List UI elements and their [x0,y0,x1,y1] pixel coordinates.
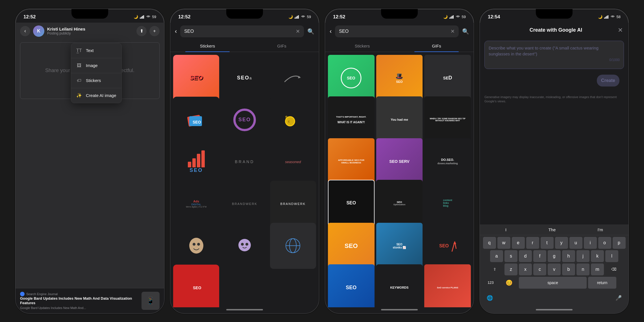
search-bar-2[interactable]: SEO ✕ [180,25,304,37]
key-k[interactable]: k [591,250,604,262]
sticker-seo-circle[interactable]: SEO [221,97,267,143]
gif-keywords[interactable]: KEYWORDS [376,264,423,307]
gif-thats-important[interactable]: THAT'S IMPORTANT, RIGHT.WHAT IS IT AGAIN… [328,96,375,143]
gif-seo-arrow[interactable]: SEO [424,223,471,269]
suggestion-im[interactable]: I'm [597,227,603,232]
key-l[interactable]: l [605,250,618,262]
battery-1: 59 [152,15,156,19]
back-button[interactable]: ‹ [20,26,30,36]
create-button[interactable]: Create [597,75,619,87]
dropdown-image[interactable]: 🖼 Image [71,58,121,73]
gif-seo-gold[interactable]: SEO [328,223,375,269]
anime1-svg [188,237,205,254]
gif-you-had-me[interactable]: You had me [376,96,423,143]
gif-seo-magic[interactable]: 🎩 SEO SOME MAGIC [376,55,423,101]
gif-seo-box[interactable]: SEO [328,180,375,226]
sticker-seo-coins[interactable]: € S [270,97,316,143]
sticker-brandwerk-2[interactable]: BRANDWERK [270,181,316,227]
share-button[interactable]: ⬆ [136,26,147,36]
key-globe[interactable]: 🌐 [483,292,496,304]
gif-random-tip[interactable]: WHEN I TRY SOME RANDOM SEO TIP WITHOUT K… [424,96,471,143]
dropdown-stickers[interactable]: 🏷 Stickers [71,73,121,88]
coins-svg: € S [283,110,303,130]
key-j[interactable]: j [576,250,589,262]
suggestion-the[interactable]: The [548,227,556,232]
key-d[interactable]: d [519,250,532,262]
search-query-3: SEO [339,29,349,34]
key-y[interactable]: y [555,237,568,249]
sticker-seo-chart[interactable]: SEO [173,139,219,185]
sticker-seo-white[interactable]: SEOa [221,55,267,101]
key-s[interactable]: s [504,250,517,262]
dropdown-ai[interactable]: ✨ Create AI image [71,88,121,103]
seasoned-text: seasoned [285,160,301,164]
tab-stickers-2[interactable]: Stickers [170,40,245,52]
key-mic[interactable]: 🎤 [612,292,625,304]
sticker-brand[interactable]: BRAND [221,139,267,185]
search-bar-3[interactable]: SEO ✕ [335,25,459,37]
tab-stickers-3[interactable]: Stickers [325,40,399,52]
tab-gifs-3[interactable]: GIFs [399,40,474,52]
sticker-brandwerk-1[interactable]: BRANDWERK [221,181,267,227]
key-c[interactable]: c [533,263,546,275]
close-button[interactable]: ✕ [618,27,623,34]
back-button-2[interactable]: ‹ [175,28,177,35]
key-g[interactable]: g [548,250,561,262]
gif-seo-woman[interactable]: SED [424,55,471,101]
key-m[interactable]: m [591,263,604,275]
key-w[interactable]: w [497,237,510,249]
gif-affordable[interactable]: AFFORDABLE SEO FORSMALL BUSINESS [328,138,375,185]
gif-seo-services[interactable]: SEO SERV [376,138,423,185]
key-shift[interactable]: ⇧ [486,263,503,275]
gif-seo-stonks[interactable]: SEOstonks 📈 [376,223,423,269]
key-x[interactable]: x [519,263,532,275]
sticker-seo-arrow[interactable] [270,55,316,101]
chart-bars [188,150,205,167]
ai-textarea[interactable]: Describe what you want to create ("A sma… [484,41,624,69]
key-123[interactable]: 123 [482,277,499,289]
key-h[interactable]: h [562,250,575,262]
dropdown-text[interactable]: T̲T Text [71,43,121,58]
sticker-ads[interactable]: Ads DIGITAL We're digital | 3°12 5°M [173,181,219,227]
key-a[interactable]: a [490,250,503,262]
key-q[interactable]: q [483,237,496,249]
key-n[interactable]: n [576,263,589,275]
key-r[interactable]: r [526,237,539,249]
clear-button-2[interactable]: ✕ [296,28,300,34]
sticker-seo-cards[interactable]: SEO [173,97,219,143]
gif-seo-chart[interactable]: SEO Optimization [376,180,423,226]
sticker-globe[interactable] [270,223,316,269]
key-z[interactable]: z [504,263,517,275]
gif-seo-blue[interactable]: SEO [328,264,375,307]
tab-gifs-2[interactable]: GIFs [245,40,319,52]
key-u[interactable]: u [569,237,582,249]
key-backspace[interactable]: ⌫ [605,263,622,275]
sticker-red-circle[interactable]: SEO [173,265,219,307]
suggestion-i[interactable]: I [505,227,506,232]
key-e[interactable]: e [512,237,525,249]
key-emoji[interactable]: 😊 [501,277,517,289]
clear-button-3[interactable]: ✕ [451,28,455,34]
key-t[interactable]: t [541,237,554,249]
sticker-seasoned[interactable]: seasoned [270,139,316,185]
key-i[interactable]: i [584,237,597,249]
status-time-2: 12:52 [178,14,190,20]
key-p[interactable]: p [613,237,626,249]
sticker-seo-red[interactable]: SEO [173,55,219,101]
key-space[interactable]: space [519,277,587,289]
search-button-2[interactable]: 🔍 [307,28,314,35]
key-return[interactable]: return [588,277,616,289]
gif-do-seo[interactable]: DO.SEO.doseo.marketing [424,138,471,185]
search-button-3[interactable]: 🔍 [462,28,469,35]
key-o[interactable]: o [598,237,611,249]
sticker-anime-1[interactable] [173,223,219,269]
key-v[interactable]: v [548,263,561,275]
key-f[interactable]: f [533,250,546,262]
sticker-anime-2[interactable] [221,223,267,269]
add-button[interactable]: + [149,26,160,36]
gif-seo-service-plans[interactable]: SeO servIce PLANS [424,264,471,307]
key-b[interactable]: b [562,263,575,275]
gif-seo-circle[interactable]: SEO GIF 01 [328,55,375,101]
back-button-3[interactable]: ‹ [330,28,332,35]
gif-content[interactable]: contentlinksblog [424,180,471,226]
